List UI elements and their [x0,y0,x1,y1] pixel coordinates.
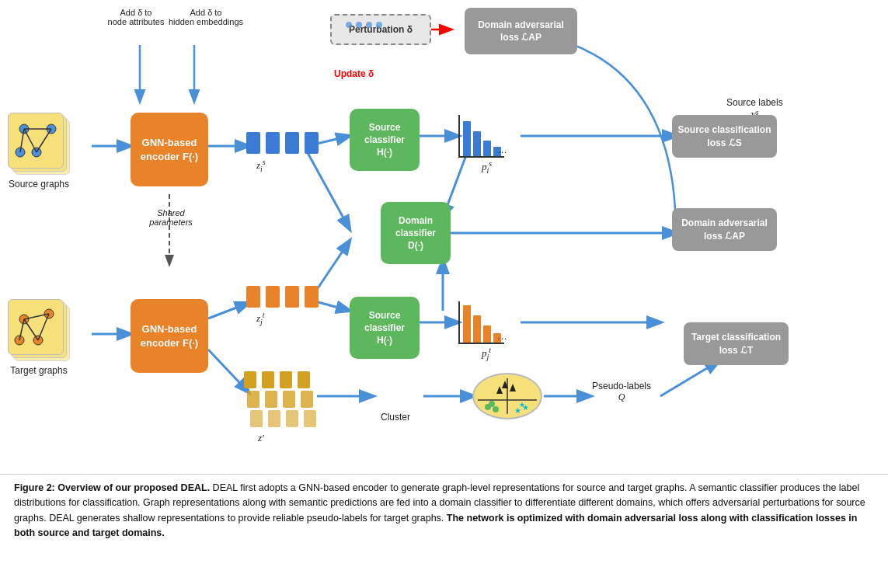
svg-text:★: ★ [519,401,525,409]
gnn-source-label: GNN-based encoder F(·) [141,136,198,163]
domain-classifier-label: Domain classifier D(·) [395,214,436,252]
update-delta-label: Update δ [334,68,374,79]
z-prime-embed [242,371,318,427]
gnn-target-box: GNN-based encoder F(·) [131,299,208,373]
svg-line-30 [37,129,51,152]
svg-marker-49 [510,384,516,391]
cluster-ellipse: ★ ★ ★ [472,373,542,419]
caption-area: Figure 2: Overview of our proposed DEAL.… [0,474,888,548]
svg-line-5 [307,151,350,229]
svg-point-43 [493,406,499,412]
svg-line-9 [208,303,249,318]
zj-t-label: zjt [256,311,265,326]
gnn-source-box: GNN-based encoder F(·) [131,113,208,186]
source-cls-loss-box: Source classification loss ℒS [672,115,777,158]
diagram: Source graphs GNN-based encoder F(·) zis… [0,0,888,474]
source-classifier-top-label: Source classifier H(·) [364,121,405,159]
source-cls-loss-label: Source classification loss ℒS [677,124,771,148]
dots-bottom: … [497,330,507,342]
add-delta-hidden-label: Add δ tohidden embeddings [167,8,245,26]
target-cls-loss-label: Target classification loss ℒT [691,331,781,356]
caption-bold: Figure 2: Overview of our proposed DEAL. [14,482,210,493]
domain-adv-top-box: Domain adversarial loss ℒAP [465,8,577,54]
add-delta-node-label: Add δ tonode attributes [101,8,171,26]
source-classifier-top: Source classifier H(·) [350,109,420,171]
pj-t-label: pjt [482,346,491,361]
source-classifier-bot: Source classifier H(·) [350,297,420,359]
svg-line-29 [24,129,37,152]
svg-line-37 [24,319,38,340]
gnn-target-label: GNN-based encoder F(·) [141,322,198,350]
svg-line-19 [660,361,719,396]
perturbation-dots [346,22,382,28]
pseudo-labels-label: Pseudo-labelsQ [587,381,656,403]
dots-top: … [497,144,507,155]
embedding-zj-t [245,286,320,308]
svg-point-44 [489,401,495,407]
svg-line-38 [38,314,49,340]
source-classifier-bot-label: Source classifier H(·) [364,309,405,347]
pi-s-label: pis [482,159,492,175]
domain-adv-top-label: Domain adversarial loss ℒAP [478,19,564,43]
cluster-label: Cluster [381,412,410,423]
domain-adv-loss-box: Domain adversarial loss ℒAP [672,208,777,251]
target-graphs-label: Target graphs [8,365,70,376]
domain-classifier-box: Domain classifier D(·) [381,202,451,264]
shared-params-label: Sharedparameters [136,208,206,227]
perturbation-box: Perturbation δ [330,14,431,45]
target-cls-loss-box: Target classification loss ℒT [684,322,789,365]
zi-s-label: zis [256,158,266,173]
z-prime-label: z' [258,432,264,444]
source-graphs-label: Source graphs [8,179,70,190]
svg-marker-48 [496,386,503,394]
embedding-zi-s [245,132,320,154]
domain-adv-loss-label: Domain adversarial loss ℒAP [681,217,768,242]
